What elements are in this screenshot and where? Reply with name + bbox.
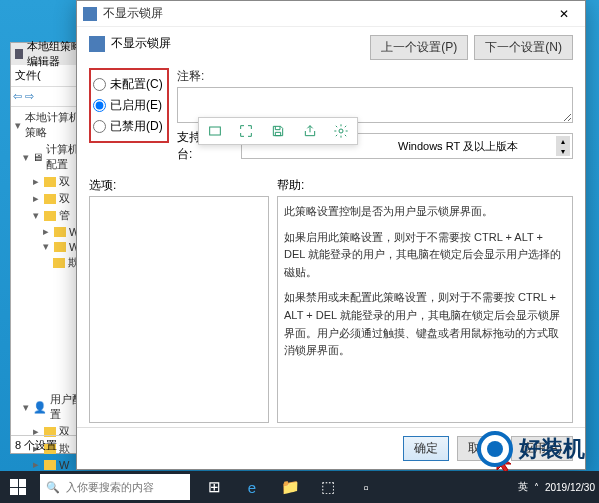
folder-icon xyxy=(44,211,56,221)
expand-icon[interactable]: ▾ xyxy=(15,119,22,132)
options-label: 选项: xyxy=(89,177,269,194)
gpedit-icon xyxy=(15,49,23,59)
snipping-tool-icon[interactable]: ⬚ xyxy=(310,471,346,503)
ime-indicator[interactable]: 英 xyxy=(518,480,528,494)
gear-icon[interactable] xyxy=(325,118,357,144)
screenshot-toolbar xyxy=(198,117,358,145)
gpedit-task-icon[interactable]: ▫ xyxy=(348,471,384,503)
scroll-up-icon[interactable]: ▴ xyxy=(556,136,570,146)
save-icon[interactable] xyxy=(262,118,294,144)
brand-watermark: 好装机 xyxy=(477,431,585,467)
folder-icon xyxy=(44,194,56,204)
radio-disabled-input[interactable] xyxy=(93,120,106,133)
previous-setting-button[interactable]: 上一个设置(P) xyxy=(370,35,468,60)
platform-text: Windows RT 及以上版本 xyxy=(398,139,518,154)
help-box[interactable]: 此策略设置控制是否为用户显示锁屏界面。 如果启用此策略设置，则对于不需要按 CT… xyxy=(277,196,573,423)
folder-icon xyxy=(44,177,56,187)
policy-icon xyxy=(89,36,105,52)
dialog-icon xyxy=(83,7,97,21)
start-button[interactable] xyxy=(0,471,36,503)
tree-node[interactable]: 双 xyxy=(59,191,70,206)
user-config-icon: 👤 xyxy=(33,401,47,414)
folder-icon xyxy=(44,460,56,470)
expand-icon[interactable]: ▾ xyxy=(23,401,30,414)
help-paragraph: 如果禁用或未配置此策略设置，则对于不需要按 CTRL + ALT + DEL 就… xyxy=(284,289,566,359)
folder-icon xyxy=(54,227,66,237)
expand-icon[interactable]: ▸ xyxy=(33,175,41,188)
computer-config-icon: 🖥 xyxy=(32,151,43,163)
state-radio-group: 未配置(C) 已启用(E) 已禁用(D) xyxy=(89,68,169,143)
taskbar: 🔍 入你要搜索的内容 ⊞ e 📁 ⬚ ▫ 英 ˄ 2019/12/30 xyxy=(0,471,599,503)
policy-name-label: 不显示锁屏 xyxy=(111,35,171,52)
brand-text: 好装机 xyxy=(519,434,585,464)
search-placeholder: 入你要搜索的内容 xyxy=(66,480,154,495)
help-paragraph: 如果启用此策略设置，则对于不需要按 CTRL + ALT + DEL 就能登录的… xyxy=(284,229,566,282)
policy-dialog: 不显示锁屏 ✕ 不显示锁屏 上一个设置(P) 下一个设置(N) 未配置(C) xyxy=(76,0,586,470)
ok-button[interactable]: 确定 xyxy=(403,436,449,461)
task-view-icon[interactable]: ⊞ xyxy=(196,471,232,503)
tree-node[interactable]: 双 xyxy=(59,174,70,189)
nav-arrows-icon[interactable]: ⇦ ⇨ xyxy=(13,90,34,103)
expand-icon[interactable]: ▾ xyxy=(33,209,41,222)
expand-icon[interactable]: ▾ xyxy=(23,151,29,164)
folder-icon xyxy=(54,242,66,252)
rectangle-tool-icon[interactable] xyxy=(199,118,231,144)
brand-logo-icon xyxy=(477,431,513,467)
folder-icon xyxy=(53,258,65,268)
dialog-titlebar[interactable]: 不显示锁屏 ✕ xyxy=(77,1,585,27)
help-label: 帮助: xyxy=(277,177,573,194)
scroll-down-icon[interactable]: ▾ xyxy=(556,146,570,156)
comment-label: 注释: xyxy=(177,68,573,85)
expand-icon[interactable]: ▸ xyxy=(43,225,51,238)
tree-node[interactable]: 管 xyxy=(59,208,70,223)
windows-logo-icon xyxy=(10,479,26,495)
next-setting-button[interactable]: 下一个设置(N) xyxy=(474,35,573,60)
help-paragraph: 此策略设置控制是否为用户显示锁屏界面。 xyxy=(284,203,566,221)
chevron-up-icon[interactable]: ˄ xyxy=(534,482,539,493)
radio-enabled[interactable]: 已启用(E) xyxy=(93,95,165,116)
tree-node[interactable]: W xyxy=(59,459,69,471)
radio-not-configured-input[interactable] xyxy=(93,78,106,91)
options-box[interactable] xyxy=(89,196,269,423)
expand-icon[interactable]: ▸ xyxy=(33,192,41,205)
system-tray[interactable]: 英 ˄ 2019/12/30 xyxy=(514,480,599,494)
svg-rect-0 xyxy=(209,127,220,135)
close-button[interactable]: ✕ xyxy=(549,4,579,24)
taskbar-search[interactable]: 🔍 入你要搜索的内容 xyxy=(40,474,190,500)
dialog-title: 不显示锁屏 xyxy=(103,5,543,22)
svg-point-1 xyxy=(339,129,343,133)
radio-disabled[interactable]: 已禁用(D) xyxy=(93,116,165,137)
edge-icon[interactable]: e xyxy=(234,471,270,503)
expand-icon[interactable]: ▾ xyxy=(43,240,51,253)
radio-not-configured[interactable]: 未配置(C) xyxy=(93,74,165,95)
clock[interactable]: 2019/12/30 xyxy=(545,482,595,493)
fullscreen-icon[interactable] xyxy=(231,118,263,144)
file-explorer-icon[interactable]: 📁 xyxy=(272,471,308,503)
expand-icon[interactable]: ▸ xyxy=(33,458,41,471)
date-text: 2019/12/30 xyxy=(545,482,595,493)
radio-enabled-input[interactable] xyxy=(93,99,106,112)
share-icon[interactable] xyxy=(294,118,326,144)
menu-file[interactable]: 文件( xyxy=(15,68,41,83)
search-icon: 🔍 xyxy=(46,481,60,494)
